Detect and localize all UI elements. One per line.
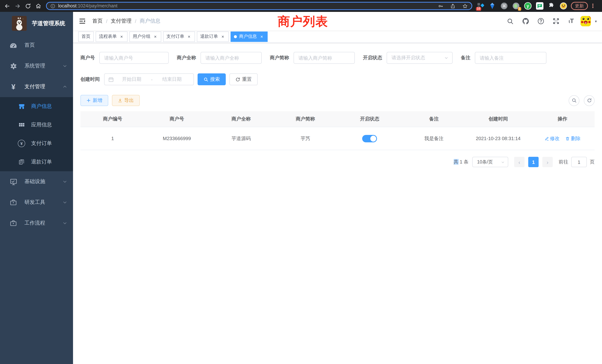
add-button[interactable]: 新增 bbox=[80, 95, 108, 106]
field-label: 商户全称 bbox=[177, 54, 196, 61]
merchant-no-input[interactable] bbox=[99, 52, 169, 64]
breadcrumb: 首页 / 支付管理 / 商户信息 bbox=[92, 18, 161, 24]
cell-actions: 修改 删除 bbox=[530, 127, 595, 150]
share-icon[interactable] bbox=[450, 3, 456, 9]
tab-refund-order[interactable]: 退款订单× bbox=[197, 31, 229, 42]
cell-merchant-id: 1 bbox=[80, 127, 145, 150]
sidebar-item-refund-order[interactable]: 退款订单 bbox=[0, 153, 73, 171]
top-navbar: 首页 / 支付管理 / 商户信息 bbox=[73, 12, 602, 30]
page-main: 商户号 商户全称 商户简称 开启状态 请选择开启状态 bbox=[73, 43, 602, 167]
cell-remark: 我是备注 bbox=[402, 127, 466, 150]
font-size-icon[interactable]: tT bbox=[565, 15, 577, 27]
help-icon[interactable] bbox=[535, 15, 547, 27]
browser-home-icon[interactable] bbox=[35, 3, 42, 9]
prev-page-button[interactable]: ‹ bbox=[514, 157, 525, 167]
sidebar-item-workflow[interactable]: 工作流程 bbox=[0, 213, 73, 234]
field-label: 创建时间 bbox=[80, 76, 100, 83]
avatar-caret-icon[interactable]: ▾ bbox=[595, 19, 597, 23]
toggle-search-icon[interactable] bbox=[569, 95, 579, 106]
avatar[interactable] bbox=[580, 16, 591, 26]
col-merchant-id: 商户编号 bbox=[80, 111, 145, 127]
sidebar-item-home[interactable]: 首页 bbox=[0, 35, 73, 56]
close-icon[interactable]: × bbox=[220, 34, 225, 39]
extension-youdao-icon[interactable]: y bbox=[524, 2, 532, 10]
active-dot bbox=[234, 35, 237, 38]
password-key-icon[interactable] bbox=[438, 3, 443, 9]
sidebar-item-app-info[interactable]: 应用信息 bbox=[0, 116, 73, 134]
extensions-puzzle-icon[interactable] bbox=[548, 2, 555, 10]
short-name-input[interactable] bbox=[294, 52, 355, 64]
status-select[interactable]: 请选择开启状态 bbox=[387, 52, 453, 64]
extension-avatar-icon[interactable]: 1 bbox=[512, 2, 520, 10]
url-text[interactable]: localhost:1024/pay/merchant bbox=[58, 3, 118, 9]
date-range-picker[interactable]: 开始日期 - 结束日期 bbox=[104, 73, 194, 85]
sidebar-item-label: 首页 bbox=[24, 42, 67, 49]
extension-tampermonkey-icon[interactable]: 10 bbox=[477, 2, 484, 10]
address-bar[interactable]: localhost:1024/pay/merchant bbox=[46, 2, 472, 10]
github-icon[interactable] bbox=[520, 15, 532, 27]
browser-back-icon[interactable] bbox=[4, 3, 10, 9]
breadcrumb-home[interactable]: 首页 bbox=[92, 18, 103, 24]
profile-emoji-icon[interactable] bbox=[560, 2, 567, 10]
sidebar-item-payment[interactable]: ¥ 支付管理 bbox=[0, 76, 73, 97]
filter-row-1: 商户号 商户全称 商户简称 开启状态 请选择开启状态 bbox=[80, 52, 595, 64]
page-number-1[interactable]: 1 bbox=[528, 157, 539, 167]
browser-forward-icon[interactable] bbox=[14, 3, 21, 9]
tab-home[interactable]: 首页 bbox=[78, 31, 94, 42]
full-name-input[interactable] bbox=[201, 52, 262, 64]
close-icon[interactable]: × bbox=[259, 34, 264, 39]
export-button[interactable]: 导出 bbox=[112, 95, 140, 106]
chevron-down-icon bbox=[501, 160, 505, 164]
sidebar-submenu-payment: 商户信息 应用信息 ¥ 支付订单 退款订单 bbox=[0, 97, 73, 171]
fullscreen-icon[interactable] bbox=[550, 15, 562, 27]
table-toolbar: 新增 导出 bbox=[80, 95, 595, 106]
sidebar-item-merchant-info[interactable]: 商户信息 bbox=[0, 97, 73, 116]
search-button[interactable]: 搜索 bbox=[198, 73, 226, 85]
search-icon[interactable] bbox=[505, 15, 516, 27]
filter-row-2: 创建时间 开始日期 - 结束日期 搜索 重置 bbox=[80, 73, 595, 85]
field-label: 开启状态 bbox=[363, 54, 382, 61]
svg-text:y: y bbox=[527, 3, 529, 8]
briefcase-icon bbox=[9, 198, 18, 207]
next-page-button[interactable]: › bbox=[542, 157, 553, 167]
breadcrumb-separator: / bbox=[135, 18, 136, 24]
page-info-icon[interactable] bbox=[50, 3, 55, 8]
sidebar-fold-icon[interactable] bbox=[79, 18, 86, 24]
browser-reload-icon[interactable] bbox=[25, 3, 31, 9]
close-icon[interactable]: × bbox=[153, 34, 158, 39]
tab-merchant-info[interactable]: 商户信息× bbox=[231, 31, 268, 42]
field-label: 备注 bbox=[461, 54, 470, 61]
close-icon[interactable]: × bbox=[186, 34, 192, 39]
browser-update-button[interactable]: 更新 bbox=[571, 2, 588, 10]
tab-process-form[interactable]: 流程表单× bbox=[96, 31, 128, 42]
refresh-table-icon[interactable] bbox=[584, 95, 595, 106]
bookmark-star-icon[interactable] bbox=[462, 3, 468, 9]
extension-command-icon[interactable]: ⌘ bbox=[500, 2, 508, 10]
app-window: 芋道管理系统 首页 系统管理 ¥ 支付管理 bbox=[0, 12, 602, 364]
reset-button[interactable]: 重置 bbox=[229, 73, 258, 85]
sidebar-logo-row[interactable]: 芋道管理系统 bbox=[0, 12, 73, 35]
command-glyph: ⌘ bbox=[502, 4, 506, 8]
sidebar-item-pay-order[interactable]: ¥ 支付订单 bbox=[0, 134, 73, 153]
delete-link[interactable]: 删除 bbox=[565, 135, 580, 142]
close-icon[interactable]: × bbox=[119, 34, 124, 39]
sidebar-item-dev-tools[interactable]: 研发工具 bbox=[0, 192, 73, 213]
date-separator: - bbox=[150, 76, 154, 82]
field-merchant-no: 商户号 bbox=[80, 52, 169, 64]
sidebar-item-label: 商户信息 bbox=[31, 103, 52, 110]
sidebar-item-label: 系统管理 bbox=[24, 63, 63, 69]
edit-link[interactable]: 修改 bbox=[544, 135, 559, 142]
breadcrumb-payment[interactable]: 支付管理 bbox=[111, 18, 132, 24]
cell-short-name: 芋艿 bbox=[273, 127, 337, 150]
sidebar-item-infrastructure[interactable]: 基础设施 bbox=[0, 171, 73, 192]
browser-menu-icon[interactable]: ⋮ bbox=[590, 3, 596, 9]
goto-page-input[interactable] bbox=[571, 157, 587, 167]
extension-chat-icon[interactable] bbox=[536, 2, 543, 10]
remark-input[interactable] bbox=[475, 52, 546, 64]
tab-pay-order[interactable]: 支付订单× bbox=[163, 31, 195, 42]
page-size-select[interactable]: 10条/页 bbox=[472, 157, 508, 167]
status-toggle[interactable] bbox=[362, 135, 377, 142]
tab-user-group[interactable]: 用户分组× bbox=[129, 31, 161, 42]
sidebar-item-system[interactable]: 系统管理 bbox=[0, 56, 73, 76]
extension-gem-icon[interactable] bbox=[489, 2, 496, 10]
